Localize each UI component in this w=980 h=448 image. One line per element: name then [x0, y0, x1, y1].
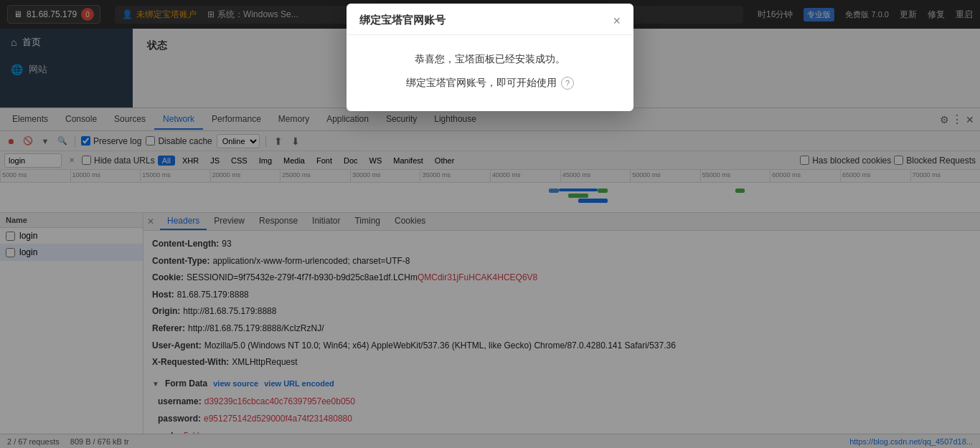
modal-title: 绑定宝塔官网账号 — [359, 14, 446, 27]
modal-header: 绑定宝塔官网账号 × — [347, 4, 633, 35]
modal-success-text: 恭喜您，宝塔面板已经安装成功。 — [361, 53, 619, 66]
modal-bind-text: 绑定宝塔官网账号，即可开始使用 — [406, 77, 557, 90]
help-icon[interactable]: ? — [561, 77, 574, 90]
modal-body: 恭喜您，宝塔面板已经安装成功。 绑定宝塔官网账号，即可开始使用 ? — [347, 35, 633, 111]
modal-dialog: 绑定宝塔官网账号 × 恭喜您，宝塔面板已经安装成功。 绑定宝塔官网账号，即可开始… — [347, 4, 633, 111]
modal-bind-row: 绑定宝塔官网账号，即可开始使用 ? — [361, 77, 619, 90]
modal-overlay: 绑定宝塔官网账号 × 恭喜您，宝塔面板已经安装成功。 绑定宝塔官网账号，即可开始… — [0, 0, 980, 448]
modal-close-button[interactable]: × — [613, 14, 621, 27]
